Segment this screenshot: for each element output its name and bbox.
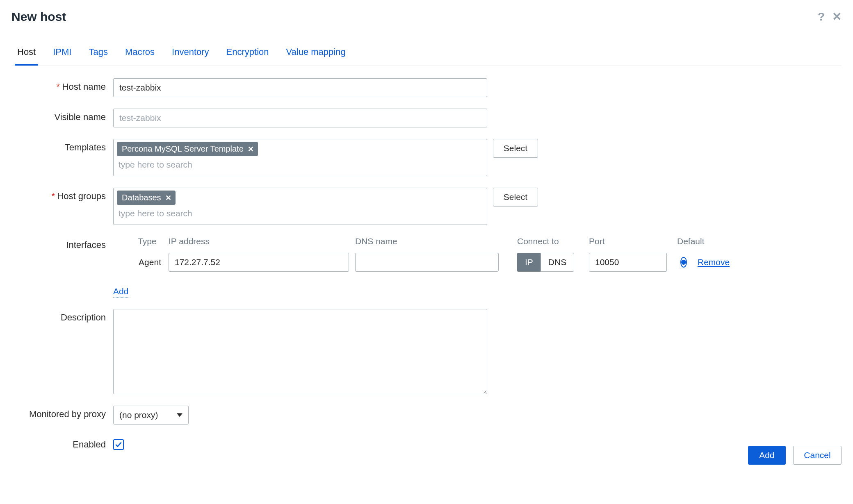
dialog-title: New host	[11, 10, 66, 24]
enabled-checkbox[interactable]	[113, 439, 124, 450]
tab-inventory[interactable]: Inventory	[169, 47, 212, 66]
hostgroup-pill-label: Databases	[122, 193, 161, 202]
interface-port-input[interactable]	[589, 253, 667, 272]
remove-pill-icon[interactable]: ✕	[248, 145, 254, 154]
tab-host[interactable]: Host	[15, 47, 38, 66]
iface-col-dns: DNS name	[355, 236, 517, 246]
select-templates-button[interactable]: Select	[493, 139, 538, 158]
tabs: Host IPMI Tags Macros Inventory Encrypti…	[11, 47, 842, 66]
iface-col-default: Default	[677, 236, 726, 246]
tab-value-mapping[interactable]: Value mapping	[284, 47, 348, 66]
iface-col-port: Port	[589, 236, 677, 246]
interface-type: Agent	[113, 257, 169, 267]
hostgroup-pill: Databases ✕	[117, 191, 176, 205]
tab-ipmi[interactable]: IPMI	[50, 47, 74, 66]
description-textarea[interactable]	[113, 309, 487, 394]
connect-to-ip[interactable]: IP	[517, 253, 541, 272]
close-icon[interactable]: ✕	[832, 11, 842, 23]
add-button[interactable]: Add	[748, 446, 786, 465]
label-host-groups: Host groups	[11, 188, 113, 202]
visible-name-input[interactable]	[113, 109, 487, 127]
iface-col-type: Type	[113, 236, 169, 246]
template-pill-label: Percona MySQL Server Template	[122, 144, 244, 154]
cancel-button[interactable]: Cancel	[793, 446, 842, 465]
interface-row: Agent IP DNS	[113, 253, 726, 272]
proxy-select[interactable]: (no proxy)	[113, 406, 189, 425]
connect-to-dns[interactable]: DNS	[541, 253, 574, 272]
proxy-select-value: (no proxy)	[119, 410, 158, 420]
host-name-input[interactable]	[113, 78, 487, 97]
check-icon	[115, 441, 122, 448]
connect-to-toggle: IP DNS	[517, 253, 589, 272]
tab-tags[interactable]: Tags	[86, 47, 110, 66]
label-host-name: Host name	[11, 78, 113, 92]
label-description: Description	[11, 309, 113, 323]
tab-macros[interactable]: Macros	[123, 47, 157, 66]
label-templates: Templates	[11, 139, 113, 153]
remove-pill-icon[interactable]: ✕	[165, 193, 171, 202]
host-groups-search-input[interactable]	[119, 207, 482, 220]
label-interfaces: Interfaces	[11, 236, 113, 250]
iface-col-connect: Connect to	[517, 236, 589, 246]
help-icon[interactable]: ?	[818, 11, 825, 23]
interface-dns-input[interactable]	[355, 253, 499, 272]
interface-ip-input[interactable]	[169, 253, 349, 272]
iface-col-ip: IP address	[169, 236, 355, 246]
select-host-groups-button[interactable]: Select	[493, 188, 538, 207]
add-interface-link[interactable]: Add	[113, 286, 128, 297]
label-visible-name: Visible name	[11, 109, 113, 123]
default-radio[interactable]	[680, 257, 687, 268]
template-pill: Percona MySQL Server Template ✕	[117, 142, 258, 156]
remove-interface-link[interactable]: Remove	[698, 257, 730, 267]
label-proxy: Monitored by proxy	[11, 406, 113, 420]
templates-search-input[interactable]	[119, 158, 482, 172]
tab-encryption[interactable]: Encryption	[224, 47, 271, 66]
interfaces-header: Type IP address DNS name Connect to Port…	[113, 236, 726, 246]
host-groups-multiselect[interactable]: Databases ✕	[113, 188, 487, 225]
label-enabled: Enabled	[11, 436, 113, 450]
templates-multiselect[interactable]: Percona MySQL Server Template ✕	[113, 139, 487, 176]
